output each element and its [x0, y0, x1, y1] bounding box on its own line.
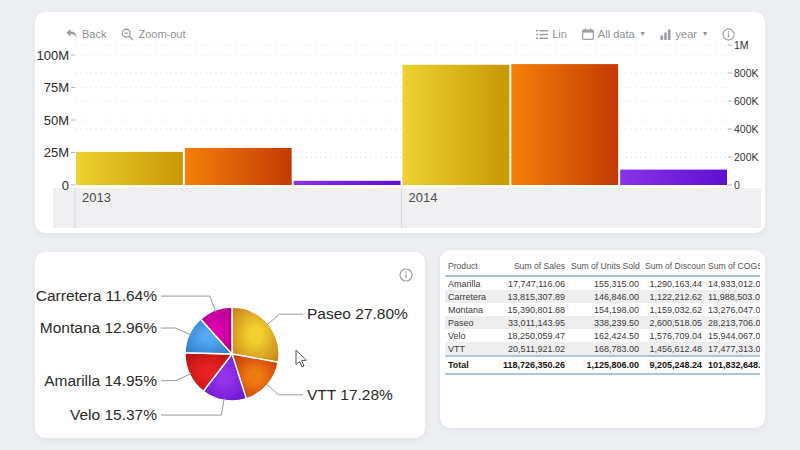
- y-axis-right-label: 0: [734, 179, 740, 191]
- y-axis-left-label: 50M: [44, 113, 69, 128]
- table-cell: 20,511,921.02: [492, 342, 568, 356]
- table-row[interactable]: VTT20,511,921.02168,783.001,456,612.4817…: [445, 342, 760, 356]
- pie-leader-line: [161, 296, 216, 312]
- chart-info-button[interactable]: [722, 28, 735, 41]
- back-label: Back: [82, 28, 106, 40]
- table-cell: Montana: [445, 303, 492, 316]
- pie-leader-line: [161, 373, 191, 380]
- table-cell: Velo: [445, 329, 492, 342]
- table-cell: 154,198.00: [568, 303, 642, 316]
- table-cell: Carretera: [445, 290, 492, 303]
- table-cell: 1,290,163.44: [642, 276, 705, 290]
- year-grouping-dropdown[interactable]: year ▾: [660, 28, 707, 40]
- table-wrapper: ProductSum of SalesSum of Units SoldSum …: [440, 250, 765, 375]
- column-header-sum-of-sales: Sum of Sales: [492, 258, 568, 276]
- pie-slice-paseo[interactable]: [232, 307, 279, 362]
- table-cell: Paseo: [445, 316, 492, 329]
- y-axis-left-label: 25M: [44, 145, 69, 160]
- zoom-out-icon: [121, 28, 134, 41]
- column-header-sum-of-units-sold: Sum of Units Sold: [568, 258, 642, 276]
- y-axis-left-label: 0: [62, 178, 69, 193]
- x-axis-category-label[interactable]: 2014: [409, 190, 438, 205]
- table-cell: 146,846.00: [568, 290, 642, 303]
- all-data-dropdown[interactable]: All data ▾: [582, 28, 645, 40]
- pie-label: Amarilla 14.95%: [44, 372, 157, 389]
- bar-2013-orange[interactable]: [185, 148, 292, 185]
- data-table-panel: ProductSum of SalesSum of Units SoldSum …: [440, 250, 765, 428]
- calendar-icon: [582, 28, 594, 40]
- toolbar-left: Back Zoom-out: [65, 28, 186, 41]
- table-cell: 1,456,612.48: [642, 342, 705, 356]
- table-total-cell: 1,125,806.00: [568, 356, 642, 374]
- info-icon: [722, 28, 735, 41]
- table-cell: 1,576,709.04: [642, 329, 705, 342]
- table-cell: 11,988,503.00: [705, 290, 760, 303]
- zoom-out-label: Zoom-out: [138, 28, 185, 40]
- table-total-cell: 118,726,350.26: [492, 356, 568, 374]
- pie-leader-line: [161, 398, 224, 415]
- table-cell: 1,122,212.62: [642, 290, 705, 303]
- table-cell: 162,424.50: [568, 329, 642, 342]
- table-cell: 155,315.00: [568, 276, 642, 290]
- table-row[interactable]: Velo18,250,059.47162,424.501,576,709.041…: [445, 329, 760, 342]
- y-axis-left-label: 100M: [36, 48, 69, 63]
- pie-label: Carretera 11.64%: [36, 287, 157, 304]
- x-axis-category-label[interactable]: 2013: [82, 190, 111, 205]
- table-cell: 338,239.50: [568, 316, 642, 329]
- zoom-out-button[interactable]: Zoom-out: [121, 28, 185, 41]
- pie-leader-line: [161, 328, 191, 335]
- table-total-cell: 9,205,248.24: [642, 356, 705, 374]
- bar-chart-icon: [660, 29, 672, 40]
- pie-chart: Paseo 27.80%VTT 17.28%Velo 15.37%Amarill…: [35, 252, 425, 438]
- back-button[interactable]: Back: [65, 28, 106, 40]
- bar-2014-purple[interactable]: [620, 170, 727, 185]
- table-cell: 28,213,706.00: [705, 316, 760, 329]
- table-cell: VTT: [445, 342, 492, 356]
- column-header-sum-of-discounts: Sum of Discounts: [642, 258, 705, 276]
- table-cell: 168,783.00: [568, 342, 642, 356]
- table-cell: 17,477,313.00: [705, 342, 760, 356]
- y-axis-right-label: 200K: [734, 151, 759, 163]
- table-cell: 13,276,047.00: [705, 303, 760, 316]
- table-cell: 33,011,143.95: [492, 316, 568, 329]
- pie-label: Paseo 27.80%: [307, 305, 408, 322]
- list-icon: [536, 29, 548, 40]
- table-total-cell: Total: [445, 356, 492, 374]
- table-cell: 14,933,012.00: [705, 276, 760, 290]
- table-row[interactable]: Montana15,390,801.88154,198.001,159,032.…: [445, 303, 760, 316]
- bar-2014-yellow[interactable]: [403, 65, 510, 185]
- table-row[interactable]: Paseo33,011,143.95338,239.502,600,518.05…: [445, 316, 760, 329]
- pie-label: Montana 12.96%: [40, 319, 157, 336]
- y-axis-right-label: 1M: [734, 39, 749, 51]
- chevron-down-icon: ▾: [703, 30, 707, 38]
- linear-scale-toggle[interactable]: Lin: [536, 28, 567, 40]
- table-body: Amarilla17,747,116.06155,315.001,290,163…: [445, 276, 760, 356]
- summary-table: ProductSum of SalesSum of Units SoldSum …: [445, 258, 760, 375]
- bar-2013-purple[interactable]: [294, 181, 401, 185]
- y-axis-left-label: 75M: [44, 80, 69, 95]
- pie-label: Velo 15.37%: [70, 406, 157, 423]
- table-row[interactable]: Amarilla17,747,116.06155,315.001,290,163…: [445, 276, 760, 290]
- table-total-row: Total118,726,350.261,125,806.009,205,248…: [445, 356, 760, 374]
- year-label: year: [676, 28, 697, 40]
- table-total-cell: 101,832,648.00: [705, 356, 760, 374]
- table-header: ProductSum of SalesSum of Units SoldSum …: [445, 258, 760, 276]
- all-data-label: All data: [598, 28, 635, 40]
- toolbar-right: Lin All data ▾ year ▾: [536, 28, 735, 41]
- pie-info-button[interactable]: [399, 268, 413, 282]
- chevron-down-icon: ▾: [641, 30, 645, 38]
- y-axis-right-label: 800K: [734, 67, 759, 79]
- pie-leader-line: [266, 384, 303, 395]
- table-row[interactable]: Carretera13,815,307.89146,846.001,122,21…: [445, 290, 760, 303]
- table-cell: 17,747,116.06: [492, 276, 568, 290]
- bar-2014-orange[interactable]: [511, 64, 618, 185]
- bar-2013-yellow[interactable]: [76, 152, 183, 185]
- bar-chart: 100M75M50M25M01M800K600K400K200K02013201…: [35, 12, 765, 233]
- bar-chart-panel: Back Zoom-out Lin: [35, 12, 765, 233]
- info-icon: [399, 268, 413, 282]
- table-cell: 18,250,059.47: [492, 329, 568, 342]
- x-axis-scroller[interactable]: [53, 188, 761, 228]
- table-cell: 2,600,518.05: [642, 316, 705, 329]
- mouse-cursor: [296, 350, 306, 367]
- back-icon: [65, 28, 78, 40]
